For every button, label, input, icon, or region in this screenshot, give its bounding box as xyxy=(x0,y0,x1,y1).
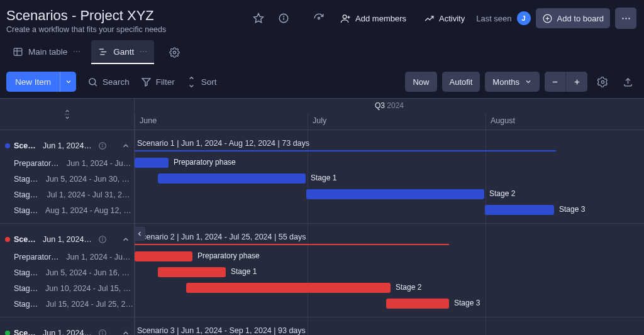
gantt-bar-label: Stage 3 xyxy=(559,205,585,214)
svg-point-24 xyxy=(143,51,145,52)
group-header[interactable]: Scenario 1 Jun 1, 2024 - Au… xyxy=(0,136,134,155)
last-seen-label: Last seen xyxy=(476,14,511,23)
task-row[interactable]: Stage 1Jun 5, 2024 - Jun 30, 2024 xyxy=(0,171,134,187)
gantt-bar-label: Preparatory phase xyxy=(197,251,260,260)
gantt-bar-label: Stage 3 xyxy=(454,299,480,307)
view-tabs: Main table Gantt xyxy=(0,40,644,64)
tab-main-table-menu[interactable] xyxy=(72,47,81,56)
view-settings-button[interactable] xyxy=(164,42,184,62)
task-dates: Jul 15, 2024 - Jul 25, 2024 xyxy=(46,300,134,309)
avatar[interactable]: J xyxy=(517,11,531,25)
group-summary-bar[interactable] xyxy=(135,244,449,245)
sort-icon xyxy=(186,77,197,87)
gantt-right-pane[interactable]: Q3 2024 June July August Scenario 1 | Ju… xyxy=(135,99,644,335)
svg-point-41 xyxy=(103,238,103,238)
info-icon[interactable] xyxy=(98,329,107,335)
task-row[interactable]: Stage 2Jun 10, 2024 - Jul 15, 2024 xyxy=(0,280,134,296)
task-row[interactable]: Preparatory …Jun 1, 2024 - Jun 1… xyxy=(0,249,134,265)
gantt-bar[interactable] xyxy=(386,299,449,309)
search-label: Search xyxy=(103,77,130,87)
task-dates: Jul 1, 2024 - Jul 31, 2024 xyxy=(47,190,134,199)
group-summary: Scenario 3 | Jun 1, 2024 - Sep 1, 2024 |… xyxy=(137,326,306,335)
zoom-out-button[interactable] xyxy=(545,72,566,92)
star-icon[interactable] xyxy=(248,8,269,28)
gantt-row: Stage 1 xyxy=(135,171,644,187)
svg-point-44 xyxy=(103,331,103,332)
chevron-up-icon xyxy=(121,235,130,244)
last-seen[interactable]: Last seen J xyxy=(476,11,530,25)
task-name: Preparatory p… xyxy=(14,159,60,168)
tab-gantt[interactable]: Gantt xyxy=(91,40,154,64)
svg-point-38 xyxy=(103,144,103,145)
gear-icon xyxy=(597,77,608,87)
gantt-bar[interactable] xyxy=(158,267,226,277)
gantt-bar[interactable] xyxy=(135,251,192,261)
group-header[interactable]: Scenario 3 Jun 1, 2024 - Se… xyxy=(0,324,134,335)
task-dates: Jun 5, 2024 - Jun 30, 2024 xyxy=(46,175,134,184)
activity-button[interactable]: Activity xyxy=(418,8,471,28)
search-button[interactable]: Search xyxy=(87,77,130,87)
group-summary-bar[interactable] xyxy=(135,150,556,151)
gantt-bar[interactable] xyxy=(135,158,169,168)
tab-main-table[interactable]: Main table xyxy=(6,40,87,64)
sort-button[interactable]: Sort xyxy=(186,77,217,87)
gantt-row: Preparatory phase xyxy=(135,249,644,265)
gear-icon xyxy=(169,47,180,58)
gantt-bar[interactable] xyxy=(485,205,554,215)
page-header: Scenarios - Project XYZ Create a workflo… xyxy=(0,0,644,36)
collapse-left-pane[interactable] xyxy=(135,227,145,241)
svg-point-13 xyxy=(628,18,630,19)
plus-icon xyxy=(572,77,582,87)
gantt-group: Scenario 1 | Jun 1, 2024 - Aug 12, 2024 … xyxy=(135,130,644,224)
filter-icon xyxy=(141,77,152,87)
new-item-button[interactable]: New Item xyxy=(6,72,76,92)
tab-gantt-menu[interactable] xyxy=(139,47,148,56)
sort-label: Sort xyxy=(201,77,217,87)
task-name: Stage 1 xyxy=(14,268,40,277)
task-row[interactable]: Stage 1Jun 5, 2024 - Jun 16, 2024 xyxy=(0,265,134,280)
gantt-settings-button[interactable] xyxy=(592,72,613,92)
info-icon[interactable] xyxy=(98,141,107,150)
task-dates: Jun 1, 2024 - Jun 1… xyxy=(66,253,134,261)
autofit-button[interactable]: Autofit xyxy=(442,72,480,92)
task-row[interactable]: Stage 2Jul 1, 2024 - Jul 31, 2024 xyxy=(0,187,134,202)
task-dates: Aug 1, 2024 - Aug 12, 2024 xyxy=(45,206,134,215)
group-summary: Scenario 2 | Jun 1, 2024 - Jul 25, 2024 … xyxy=(137,233,306,241)
filter-button[interactable]: Filter xyxy=(141,77,175,87)
page-title[interactable]: Scenarios - Project XYZ xyxy=(6,8,166,24)
group-name: Scenario 1 xyxy=(14,141,38,150)
collapse-group-button[interactable] xyxy=(121,329,130,335)
info-icon[interactable] xyxy=(98,235,107,244)
info-icon[interactable] xyxy=(274,8,294,28)
gantt-bar[interactable] xyxy=(186,283,391,293)
task-row[interactable]: Preparatory p…Jun 1, 2024 - Jun 6… xyxy=(0,155,134,171)
svg-point-33 xyxy=(601,80,604,83)
zoom-in-button[interactable] xyxy=(566,72,587,92)
tab-main-table-label: Main table xyxy=(28,47,67,57)
now-button[interactable]: Now xyxy=(405,72,436,92)
refresh-icon[interactable] xyxy=(309,8,329,28)
group-color-dot xyxy=(5,143,10,148)
gantt-bar[interactable] xyxy=(306,189,484,199)
export-button[interactable] xyxy=(618,72,638,92)
svg-line-28 xyxy=(94,84,97,86)
group-color-dot xyxy=(5,237,10,242)
timescale-select[interactable]: Months xyxy=(485,72,540,92)
collapse-group-button[interactable] xyxy=(121,141,130,150)
add-members-button[interactable]: Add members xyxy=(334,8,413,28)
task-name: Stage 1 xyxy=(14,175,40,184)
gantt-bar-label: Stage 2 xyxy=(489,189,515,198)
more-menu-button[interactable] xyxy=(615,8,636,29)
gantt-row: Preparatory phase xyxy=(135,155,644,171)
group-header[interactable]: Scenario 2 Jun 1, 2024 - Ju… xyxy=(0,230,134,249)
gantt-bar[interactable] xyxy=(158,173,306,184)
task-row[interactable]: Stage 3Aug 1, 2024 - Aug 12, 2024 xyxy=(0,202,134,218)
add-to-board-button[interactable]: Add to board xyxy=(536,8,610,28)
svg-point-4 xyxy=(318,18,320,19)
expand-collapse-all[interactable] xyxy=(63,109,72,120)
task-row[interactable]: Stage 3Jul 15, 2024 - Jul 25, 2024 xyxy=(0,296,134,312)
group-dates: Jun 1, 2024 - Se… xyxy=(43,329,93,335)
new-item-label: New Item xyxy=(15,77,51,87)
new-item-dropdown[interactable] xyxy=(60,72,76,92)
collapse-group-button[interactable] xyxy=(121,235,130,244)
